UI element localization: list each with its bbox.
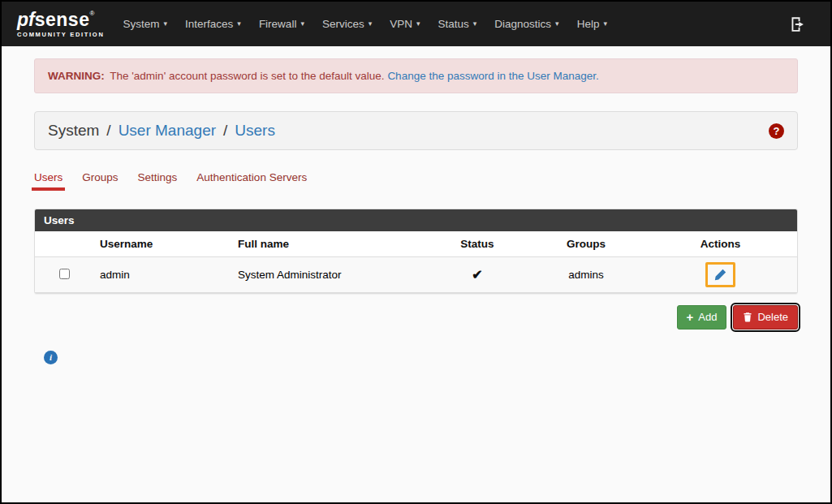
sign-out-icon xyxy=(790,16,806,32)
header-username: Username xyxy=(93,231,231,257)
logout-button[interactable] xyxy=(790,16,806,32)
chevron-down-icon: ▾ xyxy=(473,20,477,28)
header-groups: Groups xyxy=(528,231,644,257)
chevron-down-icon: ▾ xyxy=(369,20,373,28)
table-header-row: Username Full name Status Groups Actions xyxy=(35,231,797,257)
breadcrumb-users[interactable]: Users xyxy=(235,122,275,140)
menu-firewall-label: Firewall xyxy=(259,18,297,30)
menu-interfaces[interactable]: Interfaces ▾ xyxy=(176,11,250,37)
tab-settings[interactable]: Settings xyxy=(138,171,178,191)
table-row: admin System Administrator ✔ admins xyxy=(35,257,797,293)
cell-select xyxy=(35,257,93,293)
status-check-icon: ✔ xyxy=(426,257,528,293)
edit-user-icon[interactable] xyxy=(714,269,726,281)
row-checkbox[interactable] xyxy=(59,269,70,279)
trash-icon xyxy=(743,312,752,322)
section-tabs: Users Groups Settings Authentication Ser… xyxy=(34,171,798,191)
chevron-down-icon: ▾ xyxy=(416,20,420,28)
main-menu: System ▾ Interfaces ▾ Firewall ▾ Service… xyxy=(114,11,616,37)
plus-icon: + xyxy=(687,311,694,323)
menu-vpn[interactable]: VPN ▾ xyxy=(381,11,429,37)
menu-interfaces-label: Interfaces xyxy=(185,18,233,30)
menu-diagnostics-label: Diagnostics xyxy=(494,18,551,30)
header-status: Status xyxy=(426,231,528,257)
header-actions: Actions xyxy=(644,231,797,257)
chevron-down-icon: ▾ xyxy=(164,20,168,28)
menu-status[interactable]: Status ▾ xyxy=(429,11,486,37)
add-button-label: Add xyxy=(698,311,717,324)
panel-title: Users xyxy=(35,209,797,231)
help-icon[interactable]: ? xyxy=(769,123,784,139)
info-icon[interactable]: i xyxy=(44,351,58,364)
menu-status-label: Status xyxy=(438,18,469,30)
pfsense-logo[interactable]: pfsense® COMMUNITY EDITION xyxy=(17,11,105,38)
change-password-link[interactable]: Change the password in the User Manager. xyxy=(387,70,598,82)
menu-firewall[interactable]: Firewall ▾ xyxy=(250,11,313,37)
chevron-down-icon: ▾ xyxy=(555,20,559,28)
table-actions-bar: + Add Delete xyxy=(34,305,798,330)
delete-button[interactable]: Delete xyxy=(733,305,798,330)
cell-username: admin xyxy=(93,257,231,293)
chevron-down-icon: ▾ xyxy=(603,20,607,28)
cell-actions xyxy=(644,257,797,293)
registered-mark-icon: ® xyxy=(89,10,94,17)
logo-sense: sense xyxy=(35,9,90,30)
cell-fullname: System Administrator xyxy=(231,257,426,293)
chevron-down-icon: ▾ xyxy=(300,20,304,28)
breadcrumb: System / User Manager / Users ? xyxy=(34,111,798,150)
breadcrumb-separator: / xyxy=(106,122,110,140)
users-panel: Users Username Full name Status Groups A… xyxy=(34,209,798,294)
tab-groups[interactable]: Groups xyxy=(82,171,118,191)
menu-vpn-label: VPN xyxy=(390,18,412,30)
highlight-box xyxy=(705,262,735,287)
logo-tagline: COMMUNITY EDITION xyxy=(17,32,105,38)
top-navbar: pfsense® COMMUNITY EDITION System ▾ Inte… xyxy=(2,2,830,46)
help-glyph: ? xyxy=(774,125,780,137)
tab-authentication-servers[interactable]: Authentication Servers xyxy=(196,171,307,191)
menu-help[interactable]: Help ▾ xyxy=(568,11,616,37)
logo-wordmark: pfsense® xyxy=(17,11,105,29)
menu-system[interactable]: System ▾ xyxy=(114,11,177,37)
users-table: Username Full name Status Groups Actions… xyxy=(35,231,797,293)
browser-viewport: pfsense® COMMUNITY EDITION System ▾ Inte… xyxy=(0,0,832,504)
tab-users[interactable]: Users xyxy=(34,171,63,191)
breadcrumb-user-manager[interactable]: User Manager xyxy=(119,122,216,140)
menu-diagnostics[interactable]: Diagnostics ▾ xyxy=(485,11,567,37)
password-warning-banner: WARNING: The 'admin' account password is… xyxy=(34,58,798,93)
menu-services[interactable]: Services ▾ xyxy=(313,11,381,37)
menu-services-label: Services xyxy=(322,18,364,30)
add-button[interactable]: + Add xyxy=(677,305,727,330)
breadcrumb-system: System xyxy=(48,122,99,140)
menu-help-label: Help xyxy=(577,18,600,30)
header-select xyxy=(35,231,93,257)
info-glyph: i xyxy=(50,352,52,362)
menu-system-label: System xyxy=(123,18,160,30)
cell-groups: admins xyxy=(528,257,644,293)
logo-pf: pf xyxy=(17,9,35,30)
header-fullname: Full name xyxy=(231,231,426,257)
warning-text: The 'admin' account password is set to t… xyxy=(110,70,384,82)
chevron-down-icon: ▾ xyxy=(237,20,241,28)
breadcrumb-separator: / xyxy=(223,122,227,140)
warning-label: WARNING: xyxy=(48,70,105,82)
delete-button-label: Delete xyxy=(757,311,788,324)
